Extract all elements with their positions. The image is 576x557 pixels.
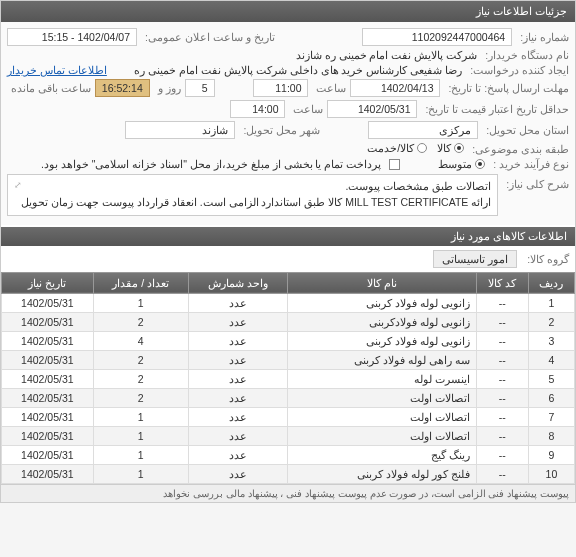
table-cell: عدد [188, 407, 288, 426]
table-header: ردیف [528, 272, 574, 293]
table-cell: 3 [528, 331, 574, 350]
table-cell: 1 [528, 293, 574, 312]
table-cell: 6 [528, 388, 574, 407]
table-cell: -- [476, 464, 528, 483]
footer-note: پیوست پیشنهاد فنی الزامی است، در صورت عد… [1, 484, 575, 502]
table-cell: 1402/05/31 [2, 331, 94, 350]
table-header: کد کالا [476, 272, 528, 293]
org-value: شرکت پالایش نفت امام خمینی ره شازند [296, 49, 478, 61]
table-cell: -- [476, 426, 528, 445]
payment-note: پرداخت تمام یا بخشی از مبلغ خرید،از محل … [41, 158, 381, 170]
table-cell: 1402/05/31 [2, 312, 94, 331]
table-cell: اتصالات اولت [288, 388, 477, 407]
table-row[interactable]: 4--سه راهی لوله فولاد کربنیعدد21402/05/3… [2, 350, 575, 369]
table-row[interactable]: 1--زانویی لوله فولاد کربنیعدد11402/05/31 [2, 293, 575, 312]
table-row[interactable]: 7--اتصالات اولتعدد11402/05/31 [2, 407, 575, 426]
table-row[interactable]: 8--اتصالات اولتعدد11402/05/31 [2, 426, 575, 445]
group-label: گروه کالا: [523, 253, 569, 265]
table-cell: عدد [188, 350, 288, 369]
panel-title: جزئیات اطلاعات نیاز [1, 1, 575, 22]
category-option[interactable]: کالا [437, 142, 464, 154]
table-row[interactable]: 2--زانویی لوله فولادکربنیعدد21402/05/31 [2, 312, 575, 331]
time-word-1: ساعت [312, 82, 346, 94]
table-cell: عدد [188, 445, 288, 464]
table-row[interactable]: 9--رینگ گیجعدد11402/05/31 [2, 445, 575, 464]
table-cell: 2 [528, 312, 574, 331]
time-left: 16:52:14 [95, 79, 150, 97]
table-cell: عدد [188, 331, 288, 350]
table-header: تاریخ نیاز [2, 272, 94, 293]
requester-value: رضا شفیعی کارشناس خرید های داخلی شرکت پا… [111, 64, 462, 76]
buy-type-value: متوسط [438, 158, 472, 170]
need-no-label: شماره نیاز: [516, 31, 569, 43]
announce-label: تاریخ و ساعت اعلان عمومی: [141, 31, 275, 43]
table-cell: -- [476, 369, 528, 388]
table-cell: 1402/05/31 [2, 407, 94, 426]
city-value: شازند [125, 121, 235, 139]
table-cell: عدد [188, 388, 288, 407]
table-row[interactable]: 3--زانویی لوله فولاد کربنیعدد41402/05/31 [2, 331, 575, 350]
table-cell: 9 [528, 445, 574, 464]
category-option[interactable]: کالا/خدمت [367, 142, 427, 154]
table-cell: 7 [528, 407, 574, 426]
table-cell: زانویی لوله فولادکربنی [288, 312, 477, 331]
table-cell: -- [476, 331, 528, 350]
expand-icon[interactable]: ⤢ [14, 179, 22, 193]
table-cell: 2 [93, 350, 188, 369]
table-cell: -- [476, 350, 528, 369]
radio-icon [417, 143, 427, 153]
table-cell: 1402/05/31 [2, 350, 94, 369]
table-cell: رینگ گیج [288, 445, 477, 464]
table-cell: اتصالات اولت [288, 407, 477, 426]
buy-type-option[interactable]: متوسط [438, 158, 485, 170]
table-cell: عدد [188, 464, 288, 483]
category-label: کالا [437, 142, 451, 154]
table-cell: 1402/05/31 [2, 426, 94, 445]
announce-value: 1402/04/07 - 15:15 [7, 28, 137, 46]
category-label: کالا/خدمت [367, 142, 414, 154]
table-cell: 1 [93, 445, 188, 464]
table-cell: عدد [188, 312, 288, 331]
remain-label: ساعت باقی مانده [7, 82, 91, 94]
city-label: شهر محل تحویل: [239, 124, 320, 136]
table-cell: -- [476, 293, 528, 312]
table-cell: زانویی لوله فولاد کربنی [288, 331, 477, 350]
table-cell: 5 [528, 369, 574, 388]
description-box: ⤢ اتصالات طبق مشخصات پیوست.ارائه MILL TE… [7, 174, 498, 216]
province-value: مرکزی [368, 121, 478, 139]
desc-label: شرح کلی نیاز: [502, 174, 569, 190]
table-cell: عدد [188, 426, 288, 445]
table-cell: 1 [93, 407, 188, 426]
requester-label: ایجاد کننده درخواست: [466, 64, 569, 76]
table-cell: 1 [93, 293, 188, 312]
table-cell: عدد [188, 293, 288, 312]
time-word-2: ساعت [289, 103, 323, 115]
deadline-time: 11:00 [253, 79, 308, 97]
table-cell: اینسرت لوله [288, 369, 477, 388]
table-cell: 1402/05/31 [2, 445, 94, 464]
radio-icon [454, 143, 464, 153]
validity-label: حداقل تاریخ اعتبار قیمت تا تاریخ: [421, 103, 569, 115]
table-cell: -- [476, 407, 528, 426]
validity-date: 1402/05/31 [327, 100, 417, 118]
items-table: ردیفکد کالانام کالاواحد شمارشتعداد / مقد… [1, 272, 575, 484]
need-no-value: 1102092447000464 [362, 28, 512, 46]
days-left: 5 [185, 79, 215, 97]
table-cell: -- [476, 312, 528, 331]
payment-checkbox[interactable] [389, 159, 400, 170]
table-cell: 8 [528, 426, 574, 445]
table-cell: -- [476, 445, 528, 464]
days-word: روز و [154, 82, 181, 94]
table-cell: 2 [93, 388, 188, 407]
table-row[interactable]: 6--اتصالات اولتعدد21402/05/31 [2, 388, 575, 407]
table-row[interactable]: 5--اینسرت لولهعدد21402/05/31 [2, 369, 575, 388]
contact-link[interactable]: اطلاعات تماس خریدار [7, 64, 107, 76]
table-cell: سه راهی لوله فولاد کربنی [288, 350, 477, 369]
group-value: امور تاسیساتی [433, 250, 517, 268]
table-cell: 1 [93, 464, 188, 483]
table-cell: 1402/05/31 [2, 464, 94, 483]
table-cell: 4 [528, 350, 574, 369]
table-cell: فلنج کور لوله فولاد کربنی [288, 464, 477, 483]
buytype-label: نوع فرآیند خرید : [489, 158, 569, 170]
table-row[interactable]: 10--فلنج کور لوله فولاد کربنیعدد11402/05… [2, 464, 575, 483]
